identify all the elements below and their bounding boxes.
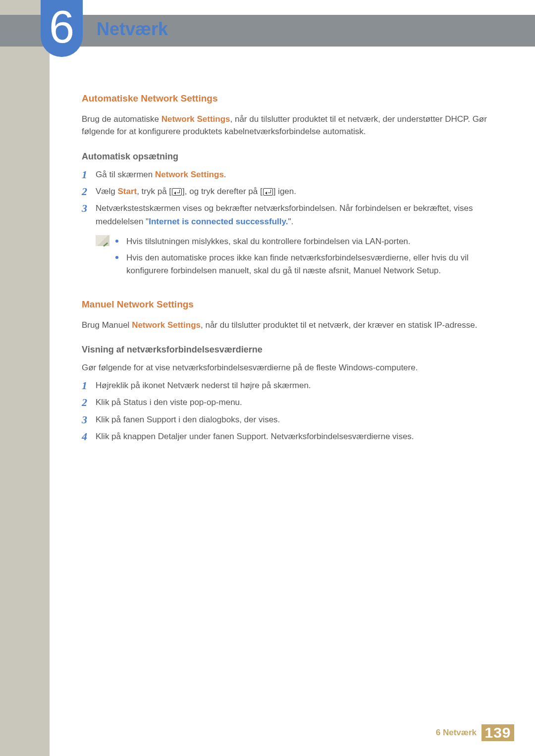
note-bullets: Hvis tilslutningen mislykkes, skal du ko… xyxy=(115,235,487,281)
step-text: Højreklik på ikonet Netværk nederst til … xyxy=(96,379,487,392)
step-item: 3 Netværkstestskærmen vises og bekræfter… xyxy=(82,202,487,228)
text: Brug de automatiske xyxy=(82,114,161,124)
section-manual: Manuel Network Settings Brug Manuel Netw… xyxy=(82,298,487,443)
text: . xyxy=(224,170,226,179)
auto-steps-list: 1 Gå til skærmen Network Settings. 2 Væl… xyxy=(82,168,487,228)
keyword-network-settings: Network Settings xyxy=(161,114,230,124)
keyword-start: Start xyxy=(117,187,137,196)
step-number: 2 xyxy=(82,396,96,408)
left-decorative-stripe xyxy=(0,0,50,756)
chapter-title: Netværk xyxy=(97,19,168,40)
bullet-dot-icon xyxy=(115,256,118,259)
note-icon xyxy=(96,235,109,246)
keyword-network-settings: Network Settings xyxy=(155,170,224,179)
step-number: 1 xyxy=(82,168,96,181)
text: Vælg xyxy=(96,187,117,196)
bullet-text: Hvis den automatiske proces ikke kan fin… xyxy=(126,252,487,277)
page-content: Automatiske Network Settings Brug de aut… xyxy=(82,92,487,447)
bullet-text: Hvis tilslutningen mislykkes, skal du ko… xyxy=(126,235,487,248)
step-number: 3 xyxy=(82,202,96,214)
step-number: 3 xyxy=(82,413,96,426)
heading-manual-network: Manuel Network Settings xyxy=(82,298,487,312)
step-item: 1 Højreklik på ikonet Netværk nederst ti… xyxy=(82,379,487,392)
step-item: 4 Klik på knappen Detaljer under fanen S… xyxy=(82,430,487,443)
subheading-view-values: Visning af netværksforbindelsesværdierne xyxy=(82,343,487,356)
footer-page-number: 139 xyxy=(482,724,514,741)
chapter-badge: 6 xyxy=(41,0,83,57)
text: , når du tilslutter produktet til et net… xyxy=(201,320,477,330)
step-text: Klik på fanen Support i den dialogboks, … xyxy=(96,413,487,426)
step-number: 4 xyxy=(82,430,96,443)
text: ], og tryk derefter på [ xyxy=(182,187,263,196)
step-number: 1 xyxy=(82,379,96,392)
text: , tryk på [ xyxy=(137,187,171,196)
text: ". xyxy=(288,217,293,226)
step-text: Netværkstestskærmen vises og bekræfter n… xyxy=(96,202,487,228)
note-icon-wrap xyxy=(96,235,115,281)
bullet-dot-icon xyxy=(115,240,118,243)
enter-icon xyxy=(263,188,273,196)
subheading-auto-setup: Automatisk opsætning xyxy=(82,150,487,163)
step-item: 1 Gå til skærmen Network Settings. xyxy=(82,168,487,181)
text: Gå til skærmen xyxy=(96,170,155,179)
step-item: 2 Vælg Start, tryk på [], og tryk dereft… xyxy=(82,185,487,198)
chapter-number: 6 xyxy=(49,4,74,50)
footer: 6 Netværk 139 xyxy=(0,724,535,741)
footer-label: 6 Netværk xyxy=(436,728,477,738)
bullet-item: Hvis tilslutningen mislykkes, skal du ko… xyxy=(115,235,487,248)
auto-intro-paragraph: Brug de automatiske Network Settings, nå… xyxy=(82,113,487,138)
text: Brug Manuel xyxy=(82,320,132,330)
enter-icon xyxy=(172,188,182,196)
step-number: 2 xyxy=(82,185,96,198)
keyword-connected-msg: Internet is connected successfully. xyxy=(149,217,288,226)
bullet-item: Hvis den automatiske proces ikke kan fin… xyxy=(115,252,487,277)
note-block: Hvis tilslutningen mislykkes, skal du ko… xyxy=(96,235,487,281)
manual-intro-paragraph: Brug Manuel Network Settings, når du til… xyxy=(82,319,487,332)
step-text: Gå til skærmen Network Settings. xyxy=(96,168,487,181)
step-text: Vælg Start, tryk på [], og tryk derefter… xyxy=(96,185,487,198)
text: ] igen. xyxy=(273,187,296,196)
keyword-network-settings: Network Settings xyxy=(132,320,201,330)
step-text: Klik på knappen Detaljer under fanen Sup… xyxy=(96,430,487,443)
step-item: 2 Klik på Status i den viste pop-op-menu… xyxy=(82,396,487,409)
step-text: Klik på Status i den viste pop-op-menu. xyxy=(96,396,487,409)
manual-sub-paragraph: Gør følgende for at vise netværksforbind… xyxy=(82,361,487,374)
step-item: 3 Klik på fanen Support i den dialogboks… xyxy=(82,413,487,426)
heading-auto-network: Automatiske Network Settings xyxy=(82,92,487,106)
manual-steps-list: 1 Højreklik på ikonet Netværk nederst ti… xyxy=(82,379,487,443)
